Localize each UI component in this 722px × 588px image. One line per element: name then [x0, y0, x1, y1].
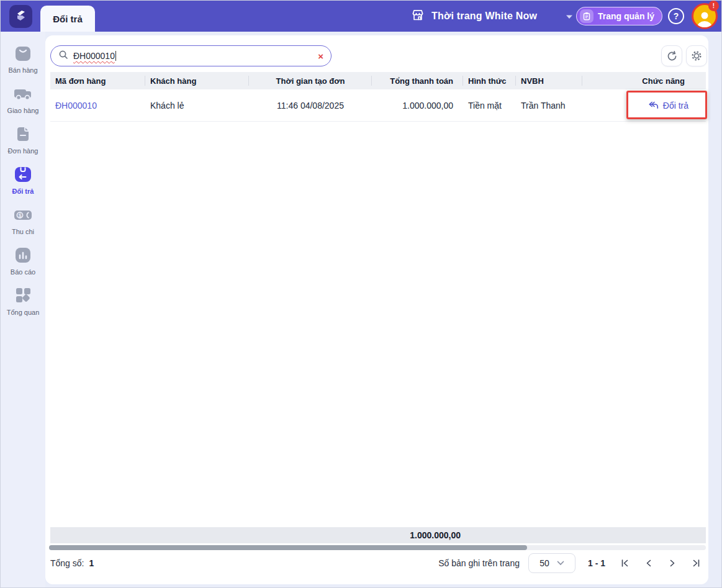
- column-header-order-code[interactable]: Mã đơn hàng: [50, 72, 145, 89]
- cell-payment-method: Tiền mặt: [463, 89, 516, 121]
- column-header-action[interactable]: Chức năng: [582, 72, 706, 89]
- sidebar-item-tong-quan[interactable]: Tổng quan: [1, 286, 45, 316]
- cell-action: Đổi trả: [582, 89, 706, 121]
- sidebar-item-label: Bán hàng: [8, 66, 37, 74]
- sidebar-item-label: Giao hàng: [7, 107, 39, 114]
- sidebar-item-label: Thu chi: [12, 228, 34, 235]
- overview-grid-icon: [12, 286, 34, 305]
- sidebar-item-ban-hang[interactable]: Bán hàng: [1, 44, 45, 74]
- sidebar-item-don-hang[interactable]: Đơn hàng: [1, 125, 45, 155]
- settings-button[interactable]: [686, 45, 707, 66]
- total-count-value: 1: [89, 558, 94, 568]
- return-action-button[interactable]: Đổi trả: [648, 101, 688, 111]
- search-value: ĐH000010: [73, 51, 115, 61]
- page-size-select[interactable]: 50: [528, 553, 575, 573]
- question-mark-icon: ?: [674, 11, 679, 21]
- cell-customer: Khách lẻ: [145, 89, 249, 121]
- store-name: Thời trang White Now: [431, 11, 537, 22]
- admin-page-button[interactable]: Trang quản lý: [576, 7, 662, 25]
- column-header-created-at[interactable]: Thời gian tạo đơn: [249, 72, 372, 89]
- page-size-value: 50: [539, 558, 549, 568]
- sapo-logo-icon: [14, 9, 28, 25]
- storefront-icon: [410, 7, 425, 25]
- chevron-down-icon: [557, 561, 564, 566]
- sidebar-item-doi-tra[interactable]: Đổi trả: [1, 165, 45, 195]
- column-header-salesperson[interactable]: NVBH: [516, 72, 582, 89]
- summary-total: 1.000.000,00: [372, 527, 463, 543]
- app-logo[interactable]: [9, 5, 32, 28]
- admin-page-button-label: Trang quản lý: [598, 11, 654, 21]
- shopping-bag-icon: [12, 44, 34, 63]
- delivery-truck-icon: [12, 84, 34, 103]
- cash-icon: $: [12, 206, 34, 224]
- sidebar-item-label: Tổng quan: [7, 309, 40, 316]
- bar-chart-icon: [12, 246, 34, 265]
- return-box-icon: [12, 165, 34, 184]
- table-row: ĐH000010 Khách lẻ 11:46 04/08/2025 1.000…: [50, 89, 706, 122]
- cell-created-at: 11:46 04/08/2025: [249, 89, 372, 121]
- chevron-down-icon: [566, 11, 573, 22]
- cell-salesperson: Trần Thanh: [516, 89, 582, 121]
- return-arrow-icon: [648, 101, 659, 109]
- sidebar-item-giao-hang[interactable]: Giao hàng: [1, 84, 45, 114]
- page-size-label: Số bản ghi trên trang: [438, 558, 520, 568]
- first-page-icon: [621, 559, 629, 568]
- scrollbar-thumb[interactable]: [49, 545, 527, 550]
- return-action-label: Đổi trả: [663, 101, 688, 111]
- previous-page-button[interactable]: [641, 556, 656, 571]
- order-code-link[interactable]: ĐH000010: [55, 101, 97, 111]
- sidebar-item-thu-chi[interactable]: $ Thu chi: [1, 206, 45, 235]
- first-page-button[interactable]: [618, 556, 633, 571]
- column-header-customer[interactable]: Khách hàng: [145, 72, 249, 89]
- cell-order-code: ĐH000010: [50, 89, 145, 121]
- svg-text:$: $: [19, 212, 22, 219]
- store-selector[interactable]: Thời trang White Now: [410, 1, 573, 32]
- refresh-button[interactable]: [661, 45, 682, 66]
- cell-total: 1.000.000,00: [372, 89, 463, 121]
- sidebar-item-label: Đổi trả: [12, 188, 34, 195]
- summary-row: 1.000.000,00: [50, 527, 706, 543]
- top-bar: Đổi trả Thời trang White Now: [1, 1, 721, 32]
- gear-icon: [691, 50, 702, 61]
- person-icon: [695, 10, 714, 27]
- orders-table: Mã đơn hàng Khách hàng Thời gian tạo đơn…: [50, 72, 706, 122]
- sidebar-item-label: Đơn hàng: [8, 147, 38, 155]
- sidebar-item-label: Báo cáo: [11, 268, 35, 276]
- clear-search-icon[interactable]: ×: [318, 52, 323, 61]
- chevron-right-icon: [668, 559, 677, 568]
- search-input[interactable]: ĐH000010 ×: [50, 45, 332, 66]
- last-page-button[interactable]: [688, 556, 703, 571]
- order-document-icon: [12, 125, 34, 143]
- sidebar: Bán hàng Giao hàng Đơn hàng: [1, 32, 45, 588]
- pagination-footer: Tổng số: 1 Số bản ghi trên trang 50 1 - …: [50, 552, 703, 574]
- notification-badge: !: [708, 1, 719, 11]
- horizontal-scrollbar[interactable]: [49, 545, 706, 550]
- search-icon: [58, 50, 68, 62]
- total-count: Tổng số: 1: [50, 558, 94, 568]
- chevron-left-icon: [644, 559, 653, 568]
- last-page-icon: [692, 559, 700, 568]
- content-panel: ĐH000010 × Mã đơn hàng Khách hàng Thời g…: [45, 35, 708, 584]
- app-window: Đổi trả Thời trang White Now: [0, 0, 722, 588]
- sidebar-item-bao-cao[interactable]: Báo cáo: [1, 246, 45, 276]
- tab-doi-tra[interactable]: Đổi trả: [40, 6, 95, 32]
- page-range: 1 - 1: [588, 558, 605, 568]
- clipboard-icon: [580, 9, 593, 23]
- next-page-button[interactable]: [665, 556, 680, 571]
- total-count-label: Tổng số:: [50, 558, 84, 568]
- table-header-row: Mã đơn hàng Khách hàng Thời gian tạo đơn…: [50, 72, 706, 89]
- column-header-payment-method[interactable]: Hình thức: [463, 72, 516, 89]
- column-header-total[interactable]: Tổng thanh toán: [372, 72, 463, 89]
- text-cursor: [115, 51, 116, 61]
- tab-label: Đổi trả: [53, 14, 83, 24]
- pager-controls: Số bản ghi trên trang 50 1 - 1: [438, 553, 703, 573]
- help-button[interactable]: ?: [668, 8, 684, 24]
- refresh-icon: [667, 51, 677, 61]
